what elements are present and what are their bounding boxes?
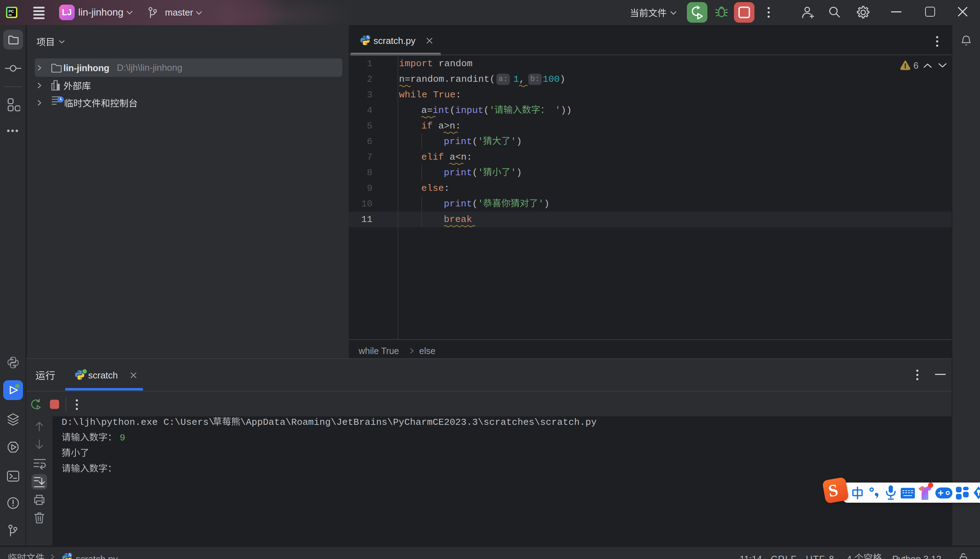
svg-text:PC: PC: [8, 9, 14, 13]
